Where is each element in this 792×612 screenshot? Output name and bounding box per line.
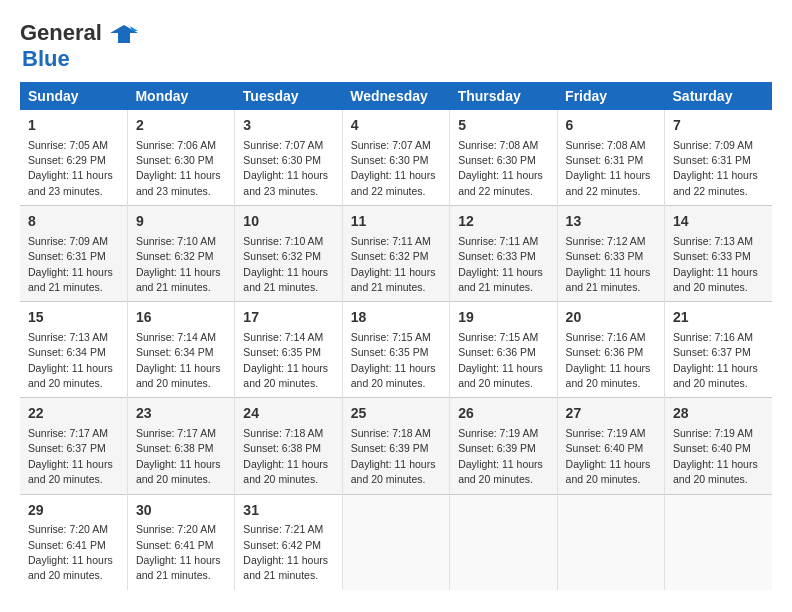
- day-number: 23: [136, 404, 226, 424]
- sunset-info: Sunset: 6:31 PM: [566, 154, 644, 166]
- sunrise-info: Sunrise: 7:18 AM: [351, 427, 431, 439]
- day-number: 15: [28, 308, 119, 328]
- day-number: 8: [28, 212, 119, 232]
- calendar-cell: [342, 494, 449, 590]
- calendar-body: 1 Sunrise: 7:05 AM Sunset: 6:29 PM Dayli…: [20, 110, 772, 590]
- daylight-info: Daylight: 11 hours and 23 minutes.: [243, 169, 328, 196]
- daylight-info: Daylight: 11 hours and 22 minutes.: [566, 169, 651, 196]
- sunrise-info: Sunrise: 7:20 AM: [136, 523, 216, 535]
- day-number: 2: [136, 116, 226, 136]
- calendar-cell: 30 Sunrise: 7:20 AM Sunset: 6:41 PM Dayl…: [127, 494, 234, 590]
- day-number: 5: [458, 116, 548, 136]
- daylight-info: Daylight: 11 hours and 20 minutes.: [458, 362, 543, 389]
- sunrise-info: Sunrise: 7:16 AM: [566, 331, 646, 343]
- daylight-info: Daylight: 11 hours and 21 minutes.: [136, 554, 221, 581]
- sunset-info: Sunset: 6:30 PM: [243, 154, 321, 166]
- daylight-info: Daylight: 11 hours and 22 minutes.: [458, 169, 543, 196]
- sunrise-info: Sunrise: 7:12 AM: [566, 235, 646, 247]
- sunset-info: Sunset: 6:29 PM: [28, 154, 106, 166]
- calendar-cell: 9 Sunrise: 7:10 AM Sunset: 6:32 PM Dayli…: [127, 206, 234, 302]
- sunset-info: Sunset: 6:41 PM: [136, 539, 214, 551]
- sunset-info: Sunset: 6:32 PM: [351, 250, 429, 262]
- day-number: 10: [243, 212, 333, 232]
- sunset-info: Sunset: 6:39 PM: [458, 442, 536, 454]
- sunrise-info: Sunrise: 7:17 AM: [28, 427, 108, 439]
- sunrise-info: Sunrise: 7:19 AM: [673, 427, 753, 439]
- sunrise-info: Sunrise: 7:10 AM: [136, 235, 216, 247]
- calendar-cell: 15 Sunrise: 7:13 AM Sunset: 6:34 PM Dayl…: [20, 302, 127, 398]
- calendar-cell: 28 Sunrise: 7:19 AM Sunset: 6:40 PM Dayl…: [665, 398, 772, 494]
- sunrise-info: Sunrise: 7:10 AM: [243, 235, 323, 247]
- daylight-info: Daylight: 11 hours and 20 minutes.: [243, 362, 328, 389]
- sunset-info: Sunset: 6:34 PM: [28, 346, 106, 358]
- day-number: 24: [243, 404, 333, 424]
- sunrise-info: Sunrise: 7:08 AM: [566, 139, 646, 151]
- day-number: 25: [351, 404, 441, 424]
- daylight-info: Daylight: 11 hours and 21 minutes.: [136, 266, 221, 293]
- daylight-info: Daylight: 11 hours and 20 minutes.: [136, 458, 221, 485]
- calendar-cell: 27 Sunrise: 7:19 AM Sunset: 6:40 PM Dayl…: [557, 398, 664, 494]
- logo-bird-icon: [110, 23, 138, 45]
- calendar-cell: [665, 494, 772, 590]
- sunset-info: Sunset: 6:32 PM: [243, 250, 321, 262]
- daylight-info: Daylight: 11 hours and 20 minutes.: [351, 458, 436, 485]
- sunset-info: Sunset: 6:31 PM: [673, 154, 751, 166]
- daylight-info: Daylight: 11 hours and 21 minutes.: [566, 266, 651, 293]
- day-number: 18: [351, 308, 441, 328]
- logo: General Blue: [20, 20, 138, 72]
- calendar-cell: 24 Sunrise: 7:18 AM Sunset: 6:38 PM Dayl…: [235, 398, 342, 494]
- day-number: 13: [566, 212, 656, 232]
- sunset-info: Sunset: 6:38 PM: [136, 442, 214, 454]
- sunrise-info: Sunrise: 7:15 AM: [351, 331, 431, 343]
- day-number: 4: [351, 116, 441, 136]
- day-header-thursday: Thursday: [450, 82, 557, 110]
- sunset-info: Sunset: 6:32 PM: [136, 250, 214, 262]
- sunset-info: Sunset: 6:40 PM: [673, 442, 751, 454]
- calendar-cell: 26 Sunrise: 7:19 AM Sunset: 6:39 PM Dayl…: [450, 398, 557, 494]
- calendar-cell: 12 Sunrise: 7:11 AM Sunset: 6:33 PM Dayl…: [450, 206, 557, 302]
- day-header-tuesday: Tuesday: [235, 82, 342, 110]
- sunset-info: Sunset: 6:30 PM: [351, 154, 429, 166]
- calendar-cell: 2 Sunrise: 7:06 AM Sunset: 6:30 PM Dayli…: [127, 110, 234, 206]
- calendar-cell: 8 Sunrise: 7:09 AM Sunset: 6:31 PM Dayli…: [20, 206, 127, 302]
- calendar-cell: 29 Sunrise: 7:20 AM Sunset: 6:41 PM Dayl…: [20, 494, 127, 590]
- day-number: 27: [566, 404, 656, 424]
- daylight-info: Daylight: 11 hours and 20 minutes.: [458, 458, 543, 485]
- daylight-info: Daylight: 11 hours and 21 minutes.: [351, 266, 436, 293]
- calendar-cell: 14 Sunrise: 7:13 AM Sunset: 6:33 PM Dayl…: [665, 206, 772, 302]
- day-number: 7: [673, 116, 764, 136]
- daylight-info: Daylight: 11 hours and 23 minutes.: [28, 169, 113, 196]
- daylight-info: Daylight: 11 hours and 20 minutes.: [243, 458, 328, 485]
- sunrise-info: Sunrise: 7:14 AM: [243, 331, 323, 343]
- sunrise-info: Sunrise: 7:11 AM: [351, 235, 431, 247]
- sunrise-info: Sunrise: 7:16 AM: [673, 331, 753, 343]
- calendar-table: SundayMondayTuesdayWednesdayThursdayFrid…: [20, 82, 772, 590]
- day-number: 3: [243, 116, 333, 136]
- daylight-info: Daylight: 11 hours and 21 minutes.: [243, 554, 328, 581]
- calendar-week-row: 1 Sunrise: 7:05 AM Sunset: 6:29 PM Dayli…: [20, 110, 772, 206]
- sunset-info: Sunset: 6:39 PM: [351, 442, 429, 454]
- daylight-info: Daylight: 11 hours and 21 minutes.: [458, 266, 543, 293]
- day-number: 29: [28, 501, 119, 521]
- calendar-cell: [450, 494, 557, 590]
- sunrise-info: Sunrise: 7:19 AM: [458, 427, 538, 439]
- calendar-cell: 21 Sunrise: 7:16 AM Sunset: 6:37 PM Dayl…: [665, 302, 772, 398]
- day-number: 11: [351, 212, 441, 232]
- daylight-info: Daylight: 11 hours and 23 minutes.: [136, 169, 221, 196]
- logo-text: General: [20, 20, 138, 46]
- day-header-monday: Monday: [127, 82, 234, 110]
- daylight-info: Daylight: 11 hours and 20 minutes.: [351, 362, 436, 389]
- calendar-header-row: SundayMondayTuesdayWednesdayThursdayFrid…: [20, 82, 772, 110]
- calendar-week-row: 15 Sunrise: 7:13 AM Sunset: 6:34 PM Dayl…: [20, 302, 772, 398]
- sunset-info: Sunset: 6:33 PM: [458, 250, 536, 262]
- sunrise-info: Sunrise: 7:17 AM: [136, 427, 216, 439]
- sunrise-info: Sunrise: 7:21 AM: [243, 523, 323, 535]
- day-number: 12: [458, 212, 548, 232]
- sunrise-info: Sunrise: 7:05 AM: [28, 139, 108, 151]
- sunrise-info: Sunrise: 7:19 AM: [566, 427, 646, 439]
- sunrise-info: Sunrise: 7:08 AM: [458, 139, 538, 151]
- sunset-info: Sunset: 6:41 PM: [28, 539, 106, 551]
- sunset-info: Sunset: 6:36 PM: [566, 346, 644, 358]
- day-header-friday: Friday: [557, 82, 664, 110]
- day-number: 28: [673, 404, 764, 424]
